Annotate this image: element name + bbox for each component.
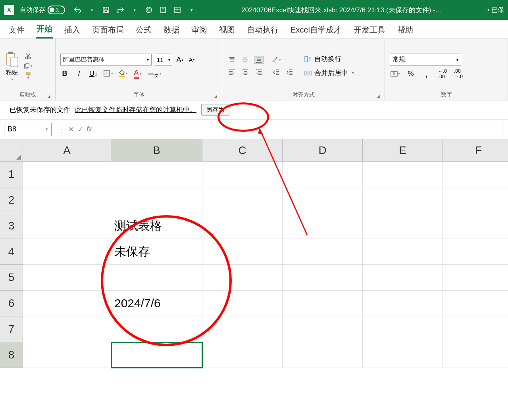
copy-button[interactable]: ▾	[24, 62, 33, 69]
cell-e7[interactable]	[363, 316, 443, 342]
undo-dropdown[interactable]: ▾	[87, 6, 96, 14]
paste-button[interactable]: 粘贴 ▾	[5, 50, 19, 81]
col-header-c[interactable]: C	[202, 139, 283, 162]
cell-b5[interactable]	[111, 265, 202, 291]
cell-f4[interactable]	[443, 239, 508, 265]
col-header-a[interactable]: A	[23, 139, 111, 162]
undo-button[interactable]	[73, 6, 82, 14]
cell-b6[interactable]: 2024/7/6	[111, 291, 202, 316]
row-header-1[interactable]: 1	[0, 162, 23, 187]
tab-insert[interactable]: 插入	[64, 21, 81, 39]
name-box[interactable]: B8▾	[4, 123, 52, 136]
tab-home[interactable]: 开始	[36, 20, 53, 39]
cell-b7[interactable]	[111, 316, 202, 342]
row-header-7[interactable]: 7	[0, 316, 23, 342]
align-right-button[interactable]	[254, 68, 264, 76]
font-color-button[interactable]: A▾	[133, 69, 142, 78]
cell-e3[interactable]	[363, 213, 443, 239]
tab-automate[interactable]: 自动执行	[246, 21, 279, 39]
align-top-button[interactable]	[227, 56, 237, 64]
italic-button[interactable]: I	[75, 69, 83, 78]
orientation-button[interactable]: ▾	[271, 56, 281, 64]
comma-button[interactable]: ,	[421, 69, 432, 78]
increase-font-button[interactable]: A▴	[175, 55, 184, 64]
row-header-4[interactable]: 4	[0, 239, 23, 265]
col-header-b[interactable]: B	[111, 139, 202, 162]
select-all-corner[interactable]	[0, 139, 23, 162]
row-header-8[interactable]: 8	[0, 342, 23, 368]
cell-c8[interactable]	[202, 342, 283, 368]
save-as-button[interactable]: 另存为	[201, 104, 229, 116]
cell-e2[interactable]	[363, 187, 443, 213]
cell-e4[interactable]	[363, 239, 443, 265]
cell-a5[interactable]	[23, 265, 111, 291]
tab-review[interactable]: 审阅	[190, 21, 208, 39]
decrease-decimal-button[interactable]: .00→.0	[453, 69, 464, 78]
cell-d5[interactable]	[283, 265, 363, 291]
cell-c7[interactable]	[202, 316, 283, 342]
cell-d1[interactable]	[283, 162, 363, 187]
cell-b2[interactable]	[111, 187, 202, 213]
cell-a8[interactable]	[23, 342, 111, 368]
tab-page-layout[interactable]: 页面布局	[91, 21, 125, 39]
col-header-d[interactable]: D	[283, 139, 363, 162]
cell-f8[interactable]	[443, 342, 508, 368]
merge-center-button[interactable]: 合并后居中▾	[304, 68, 354, 77]
cell-d6[interactable]	[283, 291, 363, 316]
cell-c5[interactable]	[202, 265, 283, 291]
qat-customize[interactable]: ▾	[187, 6, 196, 14]
font-name-select[interactable]: 阿里巴巴普惠体▾	[60, 54, 152, 66]
decrease-font-button[interactable]: A▾	[187, 55, 196, 64]
tab-data[interactable]: 数据	[163, 21, 180, 39]
phonetic-button[interactable]: wén文▾	[148, 69, 162, 78]
formula-bar[interactable]	[97, 123, 504, 136]
row-header-2[interactable]: 2	[0, 187, 23, 213]
increase-decimal-button[interactable]: ←.0.00	[437, 69, 448, 78]
redo-dropdown[interactable]: ▾	[130, 6, 139, 14]
align-middle-button[interactable]	[241, 56, 250, 64]
print-preview-button[interactable]	[159, 6, 167, 14]
save-button[interactable]	[102, 6, 110, 14]
cell-f1[interactable]	[443, 162, 508, 187]
tab-developer[interactable]: 开发工具	[353, 21, 386, 39]
cell-a1[interactable]	[23, 162, 111, 187]
cell-f2[interactable]	[443, 187, 508, 213]
cell-e1[interactable]	[363, 162, 443, 187]
cell-c4[interactable]	[202, 239, 283, 265]
wrap-text-button[interactable]: 自动换行	[304, 54, 354, 64]
cell-e8[interactable]	[363, 342, 443, 368]
cell-c3[interactable]	[202, 213, 283, 239]
cell-a6[interactable]	[23, 291, 111, 316]
align-bottom-button[interactable]	[254, 56, 264, 64]
decrease-indent-button[interactable]	[271, 68, 281, 76]
cell-f6[interactable]	[443, 291, 508, 316]
cell-d4[interactable]	[283, 239, 363, 265]
cell-e5[interactable]	[363, 265, 443, 291]
align-center-button[interactable]	[241, 68, 250, 76]
cell-e6[interactable]	[363, 291, 443, 316]
tab-custom[interactable]: Excel自学成才	[290, 21, 343, 39]
cell-b1[interactable]	[111, 162, 202, 187]
increase-indent-button[interactable]	[285, 68, 294, 76]
cell-f3[interactable]	[443, 213, 508, 239]
row-header-3[interactable]: 3	[0, 213, 23, 239]
enter-formula-button[interactable]: ✓	[77, 125, 83, 134]
tab-view[interactable]: 视图	[218, 21, 236, 39]
border-button[interactable]: ▾	[103, 69, 113, 78]
cell-a2[interactable]	[23, 187, 111, 213]
cell-a4[interactable]	[23, 239, 111, 265]
autosave-toggle[interactable]: 自动保存 关	[20, 6, 65, 14]
cell-d2[interactable]	[283, 187, 363, 213]
cell-b8[interactable]	[111, 342, 202, 368]
cell-b3[interactable]: 测试表格	[111, 213, 202, 239]
redo-button[interactable]	[116, 6, 125, 14]
cell-d3[interactable]	[283, 213, 363, 239]
format-painter-button[interactable]	[24, 72, 33, 79]
row-header-5[interactable]: 5	[0, 265, 23, 291]
alignment-launcher[interactable]: ◢	[377, 94, 380, 98]
col-header-e[interactable]: E	[363, 139, 443, 162]
cell-d7[interactable]	[283, 316, 363, 342]
row-header-6[interactable]: 6	[0, 291, 23, 316]
tab-formulas[interactable]: 公式	[135, 21, 152, 39]
align-left-button[interactable]	[227, 68, 237, 76]
